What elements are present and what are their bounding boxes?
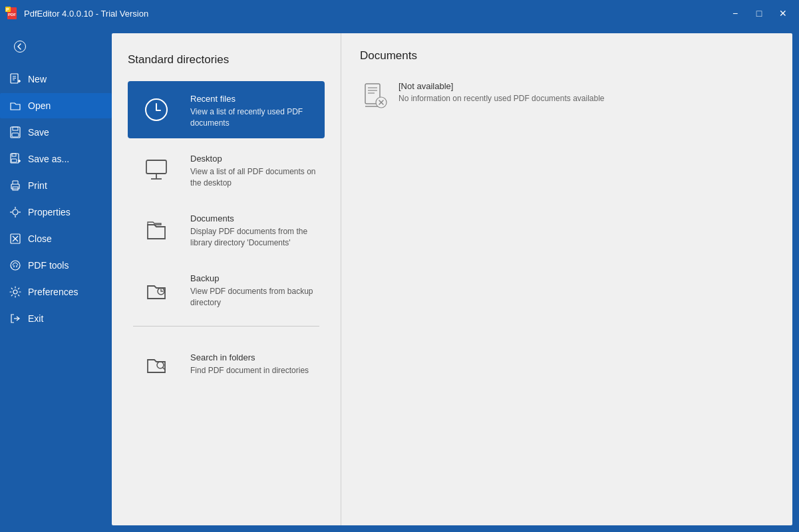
svg-rect-16 — [11, 159, 17, 162]
save-icon — [9, 126, 21, 138]
title-bar-left: PDF P PdfEditor 4.0.0.10 - Trial Version — [5, 7, 148, 20]
dir-item-recent[interactable]: Recent files View a list of recently use… — [128, 81, 325, 138]
search-folders-name: Search in folders — [190, 352, 319, 362]
desktop-icon-wrap — [133, 146, 180, 193]
documents-name: Documents — [190, 213, 319, 223]
svg-rect-35 — [146, 160, 166, 174]
doc-unavail-icon — [361, 82, 388, 109]
svg-rect-12 — [13, 127, 18, 130]
search-folders-desc: Find PDF document in directories — [190, 365, 319, 376]
pdftools-icon — [9, 259, 21, 271]
sidebar-label-exit: Exit — [28, 313, 43, 324]
recent-name: Recent files — [190, 94, 319, 104]
title-bar-controls: − □ ✕ — [724, 5, 794, 21]
backup-name: Backup — [190, 273, 319, 283]
open-icon — [9, 100, 21, 112]
sidebar-container: New Open Save — [0, 27, 112, 532]
section-title: Standard directories — [128, 53, 325, 66]
doc-unavail-title: [Not available] — [399, 81, 605, 91]
divider — [133, 326, 319, 327]
content-area: Standard directories Recent files View a… — [112, 33, 792, 525]
desktop-icon — [142, 156, 170, 184]
sidebar-item-open[interactable]: Open — [0, 93, 112, 118]
maximize-button[interactable]: □ — [748, 5, 770, 21]
print-icon — [9, 180, 21, 192]
sidebar-label-close: Close — [28, 233, 52, 244]
recent-icon — [142, 96, 170, 124]
properties-icon — [9, 206, 21, 218]
title-bar: PDF P PdfEditor 4.0.0.10 - Trial Version… — [0, 0, 799, 27]
backup-desc: View PDF documents from backup directory — [190, 286, 319, 309]
svg-text:P: P — [6, 7, 9, 12]
sidebar-item-save[interactable]: Save — [0, 120, 112, 145]
sidebar-label-open: Open — [28, 100, 51, 111]
doc-unavail-icon-wrap — [360, 81, 389, 110]
close-doc-icon — [9, 233, 21, 245]
dir-item-search-folders[interactable]: Search in folders Find PDF document in d… — [128, 334, 325, 392]
svg-point-21 — [13, 209, 18, 215]
sidebar-label-new: New — [28, 74, 47, 84]
sidebar-label-saveas: Save as... — [28, 154, 69, 164]
sidebar-label-properties: Properties — [28, 207, 71, 217]
doc-unavailable: [Not available] No information on recent… — [360, 76, 774, 116]
back-arrow-icon — [14, 41, 26, 53]
sidebar-item-new[interactable]: New — [0, 66, 112, 92]
app-icon: PDF P — [5, 7, 19, 20]
svg-rect-15 — [12, 154, 16, 156]
sidebar-item-saveas[interactable]: Save as... — [0, 146, 112, 172]
documents-info: Documents Display PDF documents from the… — [190, 211, 319, 249]
dir-item-backup[interactable]: Backup View PDF documents from backup di… — [128, 261, 325, 318]
recent-desc: View a list of recently used PDF documen… — [190, 106, 319, 129]
back-button[interactable] — [7, 33, 33, 60]
preferences-icon — [9, 286, 21, 298]
search-folders-icon-wrap — [133, 340, 180, 386]
new-icon — [9, 73, 21, 85]
sidebar-item-pdftools[interactable]: PDF tools — [0, 253, 112, 278]
desktop-info: Desktop View a list of all PDF documents… — [190, 151, 319, 189]
sidebar-label-preferences: Preferences — [28, 287, 78, 297]
desktop-name: Desktop — [190, 154, 319, 164]
documents-icon-wrap — [133, 206, 180, 253]
svg-text:PDF: PDF — [8, 13, 16, 17]
recent-icon-wrap — [133, 86, 180, 133]
sidebar-label-save: Save — [28, 127, 49, 138]
main-layout: New Open Save — [0, 27, 799, 532]
doc-unavail-subtitle: No information on recently used PDF docu… — [399, 94, 605, 103]
documents-desc: Display PDF documents from the library d… — [190, 226, 319, 249]
documents-icon — [142, 215, 170, 243]
desktop-desc: View a list of all PDF documents on the … — [190, 166, 319, 189]
backup-info: Backup View PDF documents from backup di… — [190, 271, 319, 309]
backup-icon — [142, 275, 170, 303]
app-title: PdfEditor 4.0.0.10 - Trial Version — [24, 9, 148, 19]
sidebar-item-properties[interactable]: Properties — [0, 200, 112, 225]
sidebar-item-exit[interactable]: Exit — [0, 306, 112, 331]
search-folders-icon — [142, 349, 170, 377]
sidebar-item-preferences[interactable]: Preferences — [0, 279, 112, 305]
dir-item-documents[interactable]: Documents Display PDF documents from the… — [128, 201, 325, 258]
saveas-icon — [9, 153, 21, 165]
close-window-button[interactable]: ✕ — [772, 5, 794, 21]
recent-info: Recent files View a list of recently use… — [190, 91, 319, 129]
right-panel: Documents [Not available] — [341, 33, 792, 525]
svg-point-32 — [13, 290, 17, 294]
svg-point-29 — [11, 261, 20, 270]
sidebar-label-pdftools: PDF tools — [28, 260, 69, 271]
sidebar-item-print[interactable]: Print — [0, 173, 112, 198]
minimize-button[interactable]: − — [724, 5, 746, 21]
sidebar-item-close[interactable]: Close — [0, 226, 112, 251]
search-folders-info: Search in folders Find PDF document in d… — [190, 350, 319, 376]
backup-icon-wrap — [133, 266, 180, 313]
sidebar: New Open Save — [0, 60, 112, 338]
docs-title: Documents — [360, 49, 774, 63]
exit-icon — [9, 313, 21, 325]
dir-item-desktop[interactable]: Desktop View a list of all PDF documents… — [128, 141, 325, 198]
svg-rect-13 — [12, 133, 19, 137]
svg-point-4 — [15, 41, 26, 53]
sidebar-label-print: Print — [28, 180, 47, 191]
left-panel: Standard directories Recent files View a… — [112, 33, 341, 525]
doc-unavail-text: [Not available] No information on recent… — [399, 81, 605, 103]
